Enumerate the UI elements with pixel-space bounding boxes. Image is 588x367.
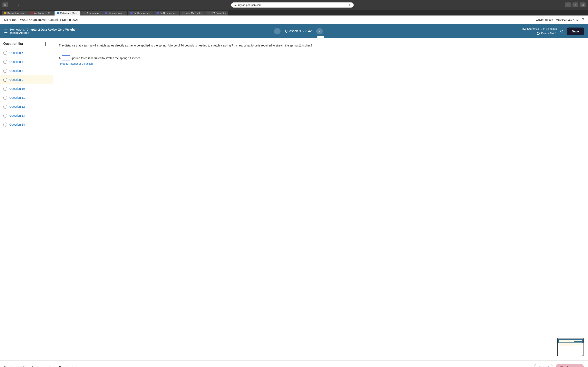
sidebar-item-question13[interactable]: Question 13 xyxy=(0,111,53,120)
address-bar[interactable]: 🔒 mylab.pearson.com ↻ xyxy=(231,2,354,8)
tab-dohomework1[interactable]: Do Homework -... xyxy=(128,11,154,16)
browser-actions: ⬇ + ⊡ xyxy=(565,2,586,7)
clear-all-button[interactable]: Clear all xyxy=(534,364,553,367)
top-bar-right: Zineb Philibert 05/03/23 11:37 AM ? xyxy=(536,17,584,22)
hw-score-line: HW Score: 0%, 0 of 18 points xyxy=(522,27,557,31)
hw-left: ☰ Homework: Chapter 2 Quiz Review Zero W… xyxy=(4,28,75,34)
hw-title-block: Homework: Chapter 2 Quiz Review Zero Wei… xyxy=(10,28,75,34)
tab-homework1[interactable]: Homework and... xyxy=(102,11,127,16)
bottom-left: Help me solve this View an example Get m… xyxy=(4,366,81,367)
resize-handle[interactable]: ⤡ xyxy=(581,354,583,356)
sidebar-item-question6[interactable]: Question 6 xyxy=(0,48,53,57)
tab-label: Assignments xyxy=(86,12,99,14)
thumbnail-line-short xyxy=(559,341,574,342)
help-icon[interactable]: ? xyxy=(582,17,584,22)
thumbnail-highlight xyxy=(559,342,582,344)
tab-overview-button[interactable]: ⊞ xyxy=(2,2,8,7)
tab-label: Do Homework -... xyxy=(160,12,177,14)
thumbnail-line2 xyxy=(559,344,582,345)
thumbnail-content xyxy=(558,339,584,347)
browser-chrome: ⊞ ‹ › 🔒 mylab.pearson.com ↻ ⬇ + ⊡ xyxy=(0,0,588,10)
sidebar-item-question14[interactable]: Question 14 xyxy=(0,120,53,129)
tab-favicon xyxy=(57,12,60,14)
hw-label: Homework: Chapter 2 Quiz Review Zero Wei… xyxy=(10,28,75,31)
tab-favicon xyxy=(208,12,210,14)
question-label: Question 14 xyxy=(9,123,25,126)
back-button[interactable]: ‹ xyxy=(9,2,15,7)
help-solve-link[interactable]: Help me solve this xyxy=(4,366,27,367)
tab-label: Biology final exa... xyxy=(7,12,26,14)
user-name: Zineb Philibert xyxy=(536,18,553,21)
divider-dots: ··· xyxy=(317,36,324,40)
tab-favicon xyxy=(31,12,33,14)
sidebar-item-question10[interactable]: Question 10 xyxy=(0,84,53,93)
points-label: Points: xyxy=(541,32,549,35)
sidebar-item-question8[interactable]: Question 8 xyxy=(0,66,53,75)
tab-strip: Biology final exa... Applications | R...… xyxy=(0,10,588,16)
circle-icon xyxy=(537,32,540,35)
check-answer-button[interactable]: Check answer xyxy=(556,364,584,367)
tab-gpacalc[interactable]: GPA Calculator xyxy=(205,11,228,16)
extensions-button[interactable]: ⊡ xyxy=(580,2,586,7)
question-circle xyxy=(3,69,7,73)
hw-points-line: Points: 0 of 1 xyxy=(522,31,557,35)
tab-favicon xyxy=(156,12,159,14)
tab-dohomework2[interactable]: Do Homework -... xyxy=(154,11,180,16)
next-question-button[interactable]: › xyxy=(316,28,323,34)
tab-label: View My Grades xyxy=(186,12,202,14)
bottom-toolbar: Help me solve this View an example Get m… xyxy=(0,360,588,367)
content-area: The distance that a spring will stretch … xyxy=(53,38,588,360)
thumbnail-overlay[interactable]: ⤡ xyxy=(557,338,584,356)
question-circle xyxy=(3,87,7,91)
sidebar: Question list |← Question 6 Question 7 Q… xyxy=(0,38,53,360)
question-circle xyxy=(3,96,7,100)
prev-question-button[interactable]: ‹ xyxy=(274,28,281,34)
tab-viewgrades[interactable]: View My Grades xyxy=(180,11,205,16)
sidebar-item-question11[interactable]: Question 11 xyxy=(0,93,53,102)
lock-icon: 🔒 xyxy=(234,3,237,6)
menu-icon[interactable]: ☰ xyxy=(4,29,8,34)
question-label: Question 9 xyxy=(9,78,23,81)
sidebar-item-question7[interactable]: Question 7 xyxy=(0,57,53,66)
save-button[interactable]: Save xyxy=(567,27,584,35)
reload-icon[interactable]: ↻ xyxy=(348,3,351,7)
hw-title-text: Chapter 2 Quiz Review Zero Weight xyxy=(27,28,75,31)
new-tab-button[interactable]: + xyxy=(572,2,578,7)
chevron-up-icon: ▲ xyxy=(78,366,81,367)
question-label: Question 10 xyxy=(9,87,25,90)
tab-assignments[interactable]: Assignments xyxy=(81,11,102,16)
tab-label: Applications | R... xyxy=(34,12,52,14)
collapse-sidebar-button[interactable]: |← xyxy=(45,42,50,46)
tab-applications[interactable]: Applications | R... xyxy=(28,11,54,16)
question-label: Question 11 xyxy=(9,96,25,99)
sidebar-item-question12[interactable]: Question 12 xyxy=(0,102,53,111)
question-label: Question 6 xyxy=(9,51,23,54)
question-text: The distance that a spring will stretch … xyxy=(59,43,582,48)
question-nav-label: Question 9, 2.3.42 xyxy=(283,29,314,34)
tab-favicon xyxy=(4,12,7,14)
tab-label: Homework and... xyxy=(108,12,125,14)
sidebar-item-question9[interactable]: Question 9 xyxy=(0,75,53,84)
hw-right: HW Score: 0%, 0 of 18 points Points: 0 o… xyxy=(522,27,584,35)
answer-input[interactable] xyxy=(62,55,70,61)
answer-hint: (Type an integer or a fraction.) xyxy=(59,62,582,65)
top-bar: MTH 154 – W09S Quantitative Reasoning Sp… xyxy=(0,16,588,24)
tab-mylab[interactable]: MyLab and Mas... xyxy=(54,11,80,16)
get-more-help-link[interactable]: Get more help ▲ xyxy=(59,366,81,367)
thumbnail-line xyxy=(559,340,582,341)
question-label: Question 12 xyxy=(9,105,25,108)
divider xyxy=(59,52,582,52)
settings-icon[interactable]: ⚙ xyxy=(560,29,564,34)
tab-biology[interactable]: Biology final exa... xyxy=(2,11,28,16)
forward-button[interactable]: › xyxy=(16,2,21,7)
answer-row: A -pound force is required to stretch th… xyxy=(59,55,582,61)
points-value: 0 of 1 xyxy=(550,32,557,35)
hw-center: ‹ Question 9, 2.3.42 › xyxy=(274,28,323,34)
get-more-help-text: Get more help xyxy=(59,366,77,367)
question-label: Question 13 xyxy=(9,114,25,117)
download-button[interactable]: ⬇ xyxy=(565,2,571,7)
thumbnail-line3 xyxy=(559,345,574,346)
question-circle xyxy=(3,51,7,55)
tab-favicon xyxy=(130,12,133,14)
view-example-link[interactable]: View an example xyxy=(32,366,54,367)
